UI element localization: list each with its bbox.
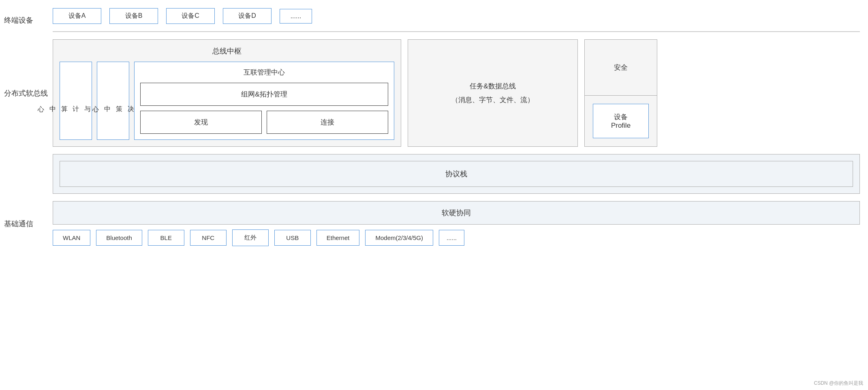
dsb-wrapper: 总线中枢 数据与计算中心 决策中心 互联管理中心 组 <box>53 39 860 147</box>
safety-label: 安全 <box>614 63 628 72</box>
device-c: 设备C <box>166 8 215 24</box>
interconnect-title: 互联管理中心 <box>140 68 388 77</box>
page: 终端设备 设备A 设备B 设备C 设备D ...... 分布式软总线 总线中枢 … <box>0 0 868 390</box>
base-comm-inner: 软硬协同 WLAN Bluetooth BLE NFC 红外 USB Ether… <box>53 201 860 246</box>
bus-hub-inner: 数据与计算中心 决策中心 互联管理中心 组网&拓扑管理 发现 <box>60 62 394 140</box>
discover-box: 发现 <box>140 111 262 134</box>
base-comm-row: 基础通信 软硬协同 WLAN Bluetooth BLE NFC 红外 USB … <box>0 201 860 246</box>
discover-connect-row: 发现 连接 <box>140 111 388 134</box>
device-profile-panel: 设备Profile <box>593 104 649 138</box>
task-bus-text: 任务&数据总线 （消息、字节、文件、流） <box>451 79 534 107</box>
interconnect-box: 互联管理中心 组网&拓扑管理 发现 连接 <box>134 62 394 140</box>
device-b: 设备B <box>109 8 158 24</box>
terminal-row: 终端设备 设备A 设备B 设备C 设备D ...... <box>0 8 860 32</box>
tech-usb: USB <box>274 230 311 246</box>
topology-box: 组网&拓扑管理 <box>140 83 388 106</box>
dsb-content: 总线中枢 数据与计算中心 决策中心 互联管理中心 组 <box>53 39 860 147</box>
tech-infrared: 红外 <box>232 229 269 246</box>
device-more: ...... <box>280 9 312 24</box>
task-bus-container: 任务&数据总线 （消息、字节、文件、流） <box>408 39 578 147</box>
task-bus-line2: （消息、字节、文件、流） <box>451 96 534 104</box>
tech-wlan: WLAN <box>53 230 90 246</box>
tech-ble: BLE <box>148 230 184 246</box>
protocol-label <box>0 154 53 194</box>
protocol-row: 协议栈 <box>0 154 860 194</box>
data-compute-box: 数据与计算中心 <box>60 62 92 140</box>
terminal-label: 终端设备 <box>0 8 53 32</box>
bus-hub-container: 总线中枢 数据与计算中心 决策中心 互联管理中心 组 <box>53 39 401 147</box>
connect-box: 连接 <box>267 111 388 134</box>
base-comm-content: 软硬协同 WLAN Bluetooth BLE NFC 红外 USB Ether… <box>53 201 860 246</box>
right-panels: 安全 设备Profile <box>584 39 657 147</box>
tech-modem: Modem(2/3/4/5G) <box>365 230 433 246</box>
terminal-content: 设备A 设备B 设备C 设备D ...... <box>53 8 860 32</box>
protocol-stack-label: 协议栈 <box>445 169 467 179</box>
base-comm-label: 基础通信 <box>0 201 53 246</box>
device-d: 设备D <box>223 8 272 24</box>
decision-label: 决策中心 <box>90 100 136 102</box>
task-bus-line1: 任务&数据总线 <box>470 82 515 90</box>
dsb-row: 分布式软总线 总线中枢 数据与计算中心 决策中心 <box>0 39 860 147</box>
tech-bluetooth: Bluetooth <box>96 230 142 246</box>
tech-ethernet: Ethernet <box>316 230 360 246</box>
decision-box: 决策中心 <box>97 62 129 140</box>
safety-panel: 安全 <box>585 40 657 96</box>
bus-hub-title: 总线中枢 <box>60 46 394 56</box>
soft-hard-box: 软硬协同 <box>53 201 860 225</box>
tech-nfc: NFC <box>190 230 227 246</box>
watermark: CSDN @你的鱼叫是我 <box>814 380 863 387</box>
tech-more: ...... <box>439 230 464 246</box>
device-profile-label: 设备Profile <box>611 112 631 130</box>
device-a: 设备A <box>53 8 101 24</box>
tech-items-row: WLAN Bluetooth BLE NFC 红外 USB Ethernet M… <box>53 229 860 246</box>
dsb-label: 分布式软总线 <box>0 39 53 147</box>
protocol-stack-box: 协议栈 <box>60 161 853 187</box>
protocol-content: 协议栈 <box>53 154 860 194</box>
